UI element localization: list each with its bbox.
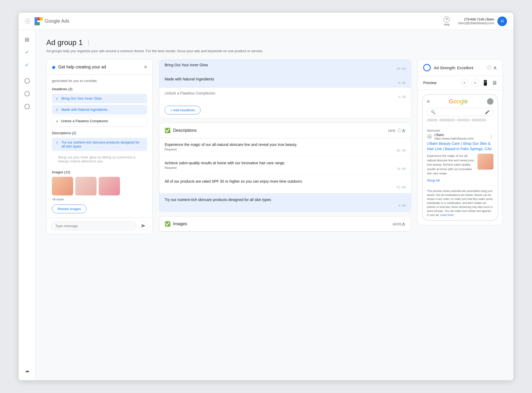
svg-point-5 bbox=[25, 91, 30, 96]
headline-input-3[interactable] bbox=[165, 91, 406, 95]
image-thumb-2 bbox=[75, 177, 97, 195]
headline-count-3: 0 / 30 bbox=[165, 95, 406, 99]
sidebar-icon-cloud[interactable]: ☁ bbox=[22, 365, 32, 376]
ad-title: c'Balm Beauty Care | Shop Our Skin & Hai… bbox=[427, 141, 493, 152]
svg-point-4 bbox=[25, 79, 30, 83]
hamburger-icon: ≡ bbox=[427, 99, 430, 104]
ad-more-icon[interactable]: ⋮ bbox=[489, 134, 493, 139]
desc-input-3[interactable] bbox=[165, 179, 406, 183]
more-images-text: +9 more bbox=[52, 198, 147, 201]
descriptions-card: ✅ Descriptions (4/4) ⓘ ∧ Required 82 / 9… bbox=[159, 123, 411, 212]
images-header[interactable]: ✅ Images (4/20) ∧ bbox=[159, 216, 411, 232]
brand-logo: c bbox=[427, 134, 432, 139]
headline-input-2[interactable] bbox=[165, 77, 406, 81]
descriptions-title: Descriptions bbox=[173, 128, 386, 133]
headline-field-1: 28 / 30 bbox=[159, 60, 411, 74]
ai-panel-title: Get help creating your ad bbox=[58, 65, 144, 69]
generated-text: generated for you to consider. bbox=[52, 79, 147, 83]
descriptions-help-icon[interactable]: ⓘ bbox=[397, 128, 402, 133]
headline-input-1[interactable] bbox=[165, 63, 406, 67]
descriptions-section: Descriptions (2) ✓ Try our nutrient-rich… bbox=[52, 131, 147, 166]
images-grid bbox=[52, 177, 147, 195]
sidebar-icon-image[interactable]: ▤ bbox=[22, 34, 32, 45]
ad-desc-row: Experience the magic of our all-natural … bbox=[427, 154, 493, 176]
ai-sparkle-icon: ◆ bbox=[52, 64, 56, 70]
help-button[interactable]: ? Help bbox=[444, 17, 450, 26]
learn-more-link[interactable]: Learn more bbox=[440, 214, 454, 216]
app-window: × Google Ads ? Help 279-806-7149 c'Balm … bbox=[19, 13, 513, 380]
desc-input-2[interactable] bbox=[165, 161, 406, 165]
desc-item-2[interactable]: Bring out your inner glow by letting us … bbox=[52, 153, 147, 166]
preview-disclaimer: This preview shows potential ads assembl… bbox=[423, 186, 498, 220]
headline-item-3[interactable]: + Unlock a Flawless Complexion bbox=[52, 116, 147, 127]
page-subtitle: Ad groups help you organize your ads aro… bbox=[46, 49, 503, 53]
desc-count-4: 0 / 90 bbox=[398, 204, 406, 207]
add-headlines-button[interactable]: + Add headlines bbox=[165, 106, 201, 114]
desc-text-2: Bring out your inner glow by letting us … bbox=[58, 155, 143, 163]
svg-marker-0 bbox=[35, 17, 37, 25]
image-thumb-3 bbox=[99, 177, 120, 195]
headline-count-2: 0 / 30 bbox=[165, 81, 406, 84]
desc-input-4[interactable] bbox=[165, 198, 406, 202]
mobile-device-icon[interactable]: 📱 bbox=[482, 80, 489, 86]
phone-top: ≡ Google 🔍 🎤 bbox=[423, 95, 498, 126]
brand-info: c'Balm https://www.cbalmbeauty.com/ bbox=[434, 133, 474, 140]
phone-mockup: ≡ Google 🔍 🎤 bbox=[422, 94, 498, 221]
google-logo: Google bbox=[432, 98, 485, 105]
bar-4 bbox=[472, 119, 486, 121]
ai-panel-body: generated for you to consider. Headlines… bbox=[47, 75, 152, 218]
images-chevron[interactable]: ∧ bbox=[402, 221, 406, 227]
account-avatar[interactable]: H bbox=[497, 17, 507, 26]
preview-label: Preview bbox=[423, 81, 458, 85]
desktop-device-icon[interactable]: 🖥 bbox=[492, 80, 497, 86]
phone-avatar bbox=[487, 98, 493, 105]
desc-count-2: 74 / 90 bbox=[397, 167, 406, 170]
headline-field-3: 0 / 30 bbox=[159, 88, 411, 102]
check-icon-2: ✓ bbox=[56, 108, 59, 112]
strength-collapse-icon[interactable]: ∧ bbox=[493, 64, 497, 71]
images-label: Images (12) bbox=[52, 170, 147, 174]
prev-nav-button[interactable]: < bbox=[461, 79, 468, 87]
middle-panel: 28 / 30 0 / 30 0 / 30 + Add headlines bbox=[159, 59, 411, 236]
descriptions-section-label: Descriptions (2) bbox=[52, 131, 147, 135]
headline-text-2: Made with Natural Ingredients bbox=[61, 108, 107, 112]
send-button[interactable] bbox=[139, 221, 148, 231]
headline-text-1: Bring Out Your Inner Glow bbox=[61, 96, 102, 100]
strength-circle bbox=[423, 64, 431, 71]
desc-count-3: 51 / 90 bbox=[397, 186, 406, 189]
bar-1 bbox=[427, 119, 438, 121]
next-nav-button[interactable]: > bbox=[471, 79, 479, 87]
ai-assistant-panel: ◆ Get help creating your ad × generated … bbox=[46, 59, 153, 234]
preview-card: Ad Strength: Excellent ⓘ ∧ Preview < > 📱… bbox=[418, 59, 503, 225]
more-options-icon[interactable]: ⋮ bbox=[86, 39, 91, 46]
sidebar-icon-circle3[interactable] bbox=[22, 101, 32, 112]
strength-help-icon[interactable]: ⓘ bbox=[487, 65, 491, 71]
close-button[interactable]: × bbox=[25, 19, 30, 24]
shop-all-link[interactable]: Shop All bbox=[427, 178, 493, 182]
sidebar-icon-check2[interactable]: ✓ bbox=[22, 60, 32, 70]
descriptions-header[interactable]: ✅ Descriptions (4/4) ⓘ ∧ bbox=[159, 123, 411, 138]
ai-panel-close[interactable]: × bbox=[144, 64, 147, 70]
sidebar-icon-circle2[interactable] bbox=[22, 88, 32, 99]
sidebar-icon-check1[interactable]: ✓ bbox=[22, 47, 32, 58]
search-bar-mock: 🔍 🎤 bbox=[427, 108, 493, 116]
descriptions-chevron[interactable]: ∧ bbox=[402, 127, 406, 134]
check-icon-1: ✓ bbox=[56, 96, 59, 101]
images-check-icon: ✅ bbox=[165, 221, 171, 227]
chat-input[interactable] bbox=[51, 222, 136, 230]
desc-field-3: 51 / 90 bbox=[159, 175, 411, 193]
placeholder-bars bbox=[427, 119, 493, 121]
add-plus-icon: + bbox=[56, 119, 58, 124]
topbar: × Google Ads ? Help 279-806-7149 c'Balm … bbox=[19, 13, 513, 30]
headline-item-1[interactable]: ✓ Bring Out Your Inner Glow bbox=[52, 94, 147, 103]
svg-marker-1 bbox=[37, 17, 40, 21]
desc-input-1[interactable] bbox=[165, 142, 406, 147]
review-images-button[interactable]: Review images bbox=[52, 204, 86, 213]
brand-name: c'Balm bbox=[434, 133, 474, 137]
headline-count-1: 28 / 30 bbox=[165, 67, 406, 70]
headlines-card: 28 / 30 0 / 30 0 / 30 + Add headlines bbox=[159, 59, 411, 118]
headline-item-2[interactable]: ✓ Made with Natural Ingredients bbox=[52, 105, 147, 114]
desc-item-1[interactable]: ✓ Try our nutrient-rich skincare product… bbox=[52, 138, 147, 151]
desc-tag-2: Required bbox=[165, 166, 177, 170]
sidebar-icon-circle1[interactable] bbox=[22, 76, 32, 86]
